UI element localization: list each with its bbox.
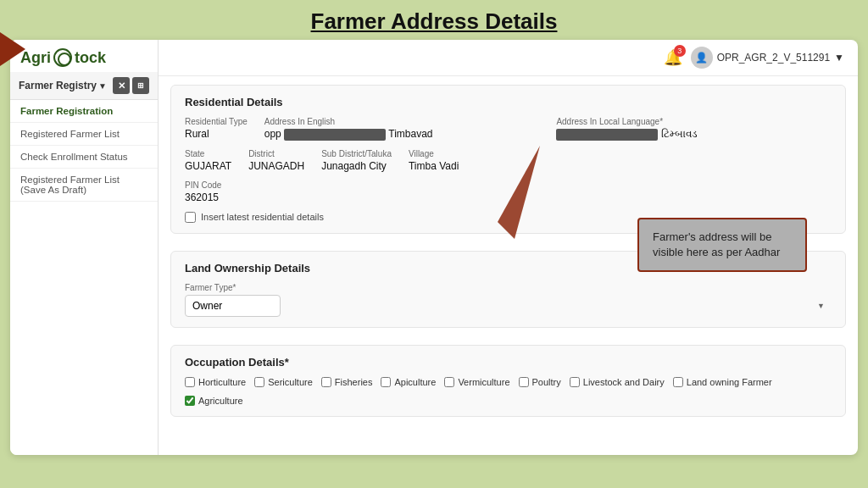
main-wrapper: Agri tock Farmer Registry ▼ ✕ ⊞ Farmer R… bbox=[10, 40, 858, 455]
occupation-checkbox[interactable] bbox=[570, 377, 580, 387]
logo-icon bbox=[53, 48, 72, 67]
user-menu[interactable]: 👤 OPR_AGR_2_V_511291 ▼ bbox=[691, 47, 844, 69]
page-title: Farmer Address Details bbox=[0, 8, 868, 35]
occupation-checkbox[interactable] bbox=[185, 396, 195, 406]
state-field: State GUJARAT bbox=[185, 149, 231, 172]
occupation-checkbox[interactable] bbox=[254, 377, 264, 387]
sidebar-menu-item[interactable]: Registered Farmer List (Save As Draft) bbox=[10, 169, 158, 202]
occupation-row: HorticultureSericultureFisheriesApicultu… bbox=[185, 377, 832, 406]
tooltip-callout: Farmer's address will be visible here as… bbox=[637, 218, 807, 272]
residential-type-value: Rural bbox=[185, 128, 248, 140]
insert-residential-checkbox[interactable] bbox=[185, 212, 196, 223]
occupation-checkbox[interactable] bbox=[673, 377, 683, 387]
sidebar-close-button[interactable]: ✕ bbox=[113, 77, 130, 94]
occupation-label: Fisheries bbox=[335, 377, 373, 387]
sidebar: Agri tock Farmer Registry ▼ ✕ ⊞ Farmer R… bbox=[10, 40, 159, 455]
sidebar-farmer-registry[interactable]: Farmer Registry ▼ ✕ ⊞ bbox=[10, 72, 158, 100]
occupation-label: Horticulture bbox=[198, 377, 246, 387]
residential-section-title: Residential Details bbox=[185, 96, 832, 108]
farmer-type-select-wrapper: Owner Tenant Sharecropper bbox=[185, 295, 832, 317]
occupation-item: Poultry bbox=[519, 377, 561, 387]
occupation-item: Land owning Farmer bbox=[673, 377, 772, 387]
occupation-checkbox[interactable] bbox=[519, 377, 529, 387]
sidebar-menu-item[interactable]: Farmer Registration bbox=[10, 100, 158, 123]
address-local-label: Address In Local Language* bbox=[556, 117, 832, 126]
occupation-label: Livestock and Dairy bbox=[583, 377, 665, 387]
occupation-label: Poultry bbox=[532, 377, 561, 387]
topbar: 🔔 3 👤 OPR_AGR_2_V_511291 ▼ bbox=[159, 40, 858, 76]
occupation-label: Sericulture bbox=[268, 377, 313, 387]
content-wrapper: 🔔 3 👤 OPR_AGR_2_V_511291 ▼ Residential D… bbox=[159, 40, 858, 455]
sub-district-field: Sub District/Taluka Junagadh City bbox=[321, 149, 392, 172]
occupation-checkbox[interactable] bbox=[381, 377, 391, 387]
notification-bell[interactable]: 🔔 3 bbox=[664, 48, 682, 67]
occupation-checkbox[interactable] bbox=[444, 377, 454, 387]
tooltip-text: Farmer's address will be visible here as… bbox=[653, 230, 780, 258]
address-english-field: Address In English opp Timbavad bbox=[264, 117, 540, 141]
sidebar-logo: Agri tock bbox=[10, 40, 158, 72]
occupation-item: Horticulture bbox=[185, 377, 246, 387]
address-local-blurred bbox=[556, 129, 658, 141]
chevron-down-icon: ▼ bbox=[98, 81, 107, 91]
farmer-type-label: Farmer Type* bbox=[185, 283, 832, 292]
occupation-item: Vermiculture bbox=[444, 377, 509, 387]
state-label: State bbox=[185, 149, 231, 158]
residential-row-3: PIN Code 362015 bbox=[185, 180, 832, 203]
sidebar-menu-item[interactable]: Check Enrollment Status bbox=[10, 146, 158, 169]
occupation-title: Occupation Details* bbox=[185, 356, 832, 369]
district-field: District JUNAGADH bbox=[248, 149, 304, 172]
state-value: GUJARAT bbox=[185, 160, 231, 172]
residential-type-label: Residential Type bbox=[185, 117, 248, 126]
sidebar-menu: Farmer RegistrationRegistered Farmer Lis… bbox=[10, 100, 158, 202]
residential-details-section: Residential Details Residential Type Rur… bbox=[170, 85, 846, 234]
user-chevron-icon: ▼ bbox=[834, 52, 844, 64]
address-english-label: Address In English bbox=[264, 117, 540, 126]
address-english-value: opp Timbavad bbox=[264, 128, 540, 141]
farmer-type-field: Farmer Type* Owner Tenant Sharecropper bbox=[185, 283, 832, 317]
sub-district-label: Sub District/Taluka bbox=[321, 149, 392, 158]
district-label: District bbox=[248, 149, 304, 158]
residential-type-field: Residential Type Rural bbox=[185, 117, 248, 141]
sidebar-menu-item[interactable]: Registered Farmer List bbox=[10, 123, 158, 146]
occupation-label: Apiculture bbox=[394, 377, 436, 387]
avatar: 👤 bbox=[691, 47, 713, 69]
village-value: Timba Vadi bbox=[409, 160, 459, 172]
occupation-section: Occupation Details* HorticultureSericult… bbox=[170, 345, 846, 417]
farmer-type-select[interactable]: Owner Tenant Sharecropper bbox=[185, 295, 281, 317]
insert-checkbox-label: Insert latest residential details bbox=[201, 212, 324, 222]
district-value: JUNAGADH bbox=[248, 160, 304, 172]
village-label: Village bbox=[409, 149, 459, 158]
occupation-item: Fisheries bbox=[321, 377, 373, 387]
page-title-area: Farmer Address Details bbox=[0, 0, 868, 40]
village-field: Village Timba Vadi bbox=[409, 149, 459, 172]
occupation-checkbox[interactable] bbox=[321, 377, 331, 387]
occupation-label: Vermiculture bbox=[458, 377, 509, 387]
sidebar-grid-button[interactable]: ⊞ bbox=[132, 77, 149, 94]
address-local-value: ટિમ્બાવડ bbox=[556, 128, 832, 141]
user-name: OPR_AGR_2_V_511291 bbox=[717, 52, 830, 64]
pin-code-value: 362015 bbox=[185, 191, 221, 203]
sub-district-value: Junagadh City bbox=[321, 160, 392, 172]
notification-badge: 3 bbox=[674, 45, 686, 57]
occupation-item: Agriculture bbox=[185, 396, 243, 406]
residential-row-2: State GUJARAT District JUNAGADH Sub Dist… bbox=[185, 149, 832, 172]
address-blurred bbox=[284, 129, 386, 141]
occupation-label: Land owning Farmer bbox=[687, 377, 772, 387]
residential-row-1: Residential Type Rural Address In Englis… bbox=[185, 117, 832, 141]
occupation-checkbox[interactable] bbox=[185, 377, 195, 387]
red-arrow-decoration bbox=[0, 32, 25, 66]
occupation-item: Sericulture bbox=[254, 377, 313, 387]
logo-text-post: tock bbox=[75, 49, 106, 67]
sidebar-farmer-registry-label: Farmer Registry bbox=[19, 80, 97, 92]
pin-code-field: PIN Code 362015 bbox=[185, 180, 221, 203]
address-local-field: Address In Local Language* ટિમ્બાવડ bbox=[556, 117, 832, 141]
pin-code-label: PIN Code bbox=[185, 180, 221, 190]
occupation-item: Livestock and Dairy bbox=[570, 377, 665, 387]
occupation-label: Agriculture bbox=[198, 396, 243, 406]
occupation-item: Apiculture bbox=[381, 377, 436, 387]
